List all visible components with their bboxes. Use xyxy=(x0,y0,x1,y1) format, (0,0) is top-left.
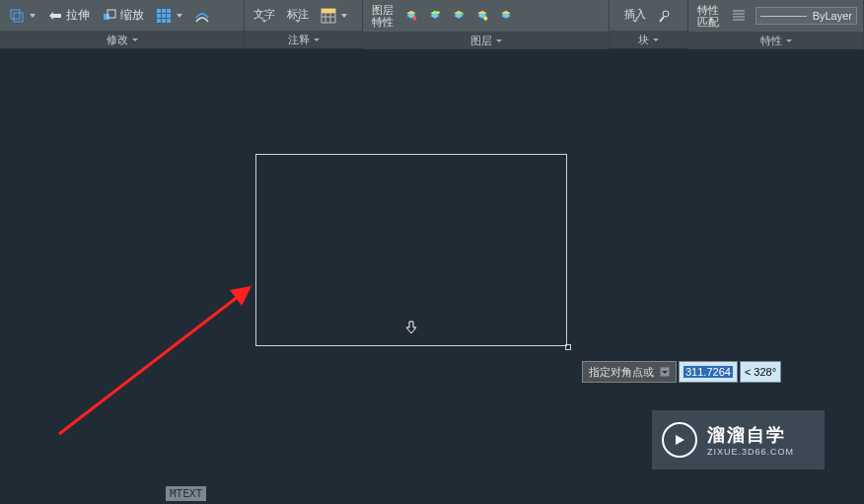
ribbon-group-properties: 特性 匹配 ByLayer 特性 xyxy=(688,0,864,48)
dimension-button[interactable]: 标注 xyxy=(284,6,312,25)
group-label-properties[interactable]: 特性 xyxy=(688,32,863,49)
svg-rect-18 xyxy=(322,9,335,13)
scale-button[interactable]: 缩放 xyxy=(99,5,147,26)
svg-rect-0 xyxy=(11,10,20,19)
resize-handle[interactable] xyxy=(565,344,571,350)
svg-rect-11 xyxy=(162,19,166,23)
svg-rect-8 xyxy=(162,14,166,18)
dropdown-icon xyxy=(261,20,267,23)
group-label-blocks[interactable]: 块 xyxy=(610,31,687,48)
array-button[interactable] xyxy=(153,6,185,26)
svg-rect-6 xyxy=(167,9,171,13)
watermark: 溜溜自学 ZIXUE.3D66.COM xyxy=(652,410,825,469)
dropdown-icon xyxy=(786,39,792,42)
ribbon-group-blocks: 插入 块 xyxy=(610,0,688,48)
svg-rect-4 xyxy=(157,9,161,13)
group-label-annotate[interactable]: 注释 xyxy=(245,31,362,48)
dynamic-input: 指定对角点或 311.7264 < 328° xyxy=(582,361,781,383)
layer-swatch-3[interactable] xyxy=(450,8,468,24)
group-label-modify[interactable]: 修改 xyxy=(0,31,244,48)
svg-rect-7 xyxy=(157,14,161,18)
dropdown-icon[interactable] xyxy=(660,367,670,377)
layer-swatch-1[interactable] xyxy=(402,8,420,24)
drawing-canvas[interactable]: 指定对角点或 311.7264 < 328° 溜溜自学 ZIXUE.3D66.C… xyxy=(0,49,864,504)
svg-marker-39 xyxy=(676,435,684,445)
ribbon-group-layers: 图层 特性 图层 xyxy=(363,0,610,48)
match-properties-button[interactable]: 特性 匹配 xyxy=(694,2,722,30)
dynamic-input-angle[interactable]: < 328° xyxy=(740,361,781,383)
svg-rect-12 xyxy=(167,19,171,23)
svg-marker-38 xyxy=(230,286,252,306)
svg-rect-1 xyxy=(14,13,23,22)
svg-point-29 xyxy=(483,17,487,21)
crop-button[interactable] xyxy=(6,6,38,26)
bylayer-dropdown[interactable]: ByLayer xyxy=(756,7,857,25)
svg-point-32 xyxy=(663,11,669,17)
dropdown-icon xyxy=(653,38,659,41)
dropdown-icon xyxy=(632,20,638,23)
scale-label: 缩放 xyxy=(120,7,144,24)
command-line[interactable]: MTEXT xyxy=(166,486,206,501)
tool-button[interactable] xyxy=(655,6,677,26)
dropdown-icon xyxy=(132,38,138,41)
ribbon-toolbar: 拉伸 缩放 修改 xyxy=(0,0,864,49)
dynamic-input-prompt[interactable]: 指定对角点或 xyxy=(582,361,677,383)
svg-rect-9 xyxy=(167,14,171,18)
svg-line-37 xyxy=(59,290,247,434)
svg-point-24 xyxy=(437,11,440,14)
stretch-button[interactable]: 拉伸 xyxy=(44,5,93,26)
command-name: MTEXT xyxy=(166,486,206,501)
group-label-layers[interactable]: 图层 xyxy=(363,32,609,49)
svg-rect-10 xyxy=(157,19,161,23)
dynamic-input-distance[interactable]: 311.7264 xyxy=(679,361,738,383)
dropdown-icon xyxy=(177,14,182,18)
cursor-down-arrow-icon xyxy=(404,321,418,334)
text-button[interactable]: 文字 xyxy=(251,6,278,25)
play-icon xyxy=(662,422,697,458)
dropdown-icon xyxy=(314,38,320,41)
selection-rectangle xyxy=(255,154,567,346)
bylayer-label: ByLayer xyxy=(813,10,852,22)
table-button[interactable] xyxy=(318,6,350,26)
list-button[interactable] xyxy=(728,6,750,26)
dropdown-icon xyxy=(496,39,502,42)
layer-swatch-4[interactable] xyxy=(473,8,491,24)
dropdown-icon xyxy=(30,14,36,18)
insert-button[interactable]: 插入 xyxy=(621,6,649,25)
layer-swatch-2[interactable] xyxy=(426,8,444,24)
watermark-url: ZIXUE.3D66.COM xyxy=(707,447,794,457)
layer-swatch-5[interactable] xyxy=(497,8,515,24)
offset-button[interactable] xyxy=(191,6,213,26)
layer-properties-button[interactable]: 图层 特性 xyxy=(369,2,396,30)
watermark-title: 溜溜自学 xyxy=(707,423,794,447)
dropdown-icon xyxy=(295,20,301,23)
ribbon-group-annotate: 文字 标注 注释 xyxy=(245,0,363,48)
svg-rect-5 xyxy=(162,9,166,13)
svg-rect-2 xyxy=(104,14,109,20)
annotation-arrow-icon xyxy=(54,276,261,444)
dropdown-icon xyxy=(341,14,347,18)
svg-point-21 xyxy=(412,17,416,21)
stretch-label: 拉伸 xyxy=(66,7,90,24)
ribbon-group-modify: 拉伸 缩放 修改 xyxy=(0,0,245,48)
